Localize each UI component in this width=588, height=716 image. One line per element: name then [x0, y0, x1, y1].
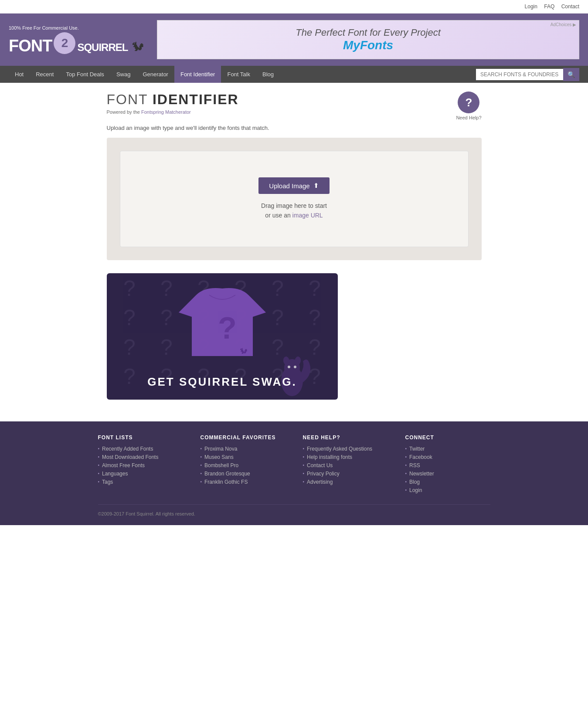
- powered-by: Powered by the Fontspring Matcherator: [107, 109, 239, 115]
- svg-point-7: [294, 366, 296, 368]
- footer-connect: CONNECT Twitter Facebook RSS Newsletter …: [405, 434, 490, 495]
- list-item: Languages: [98, 471, 183, 477]
- footer-link-facebook[interactable]: Facebook: [409, 454, 432, 460]
- list-item: Privacy Policy: [303, 471, 388, 477]
- list-item: Newsletter: [405, 471, 490, 477]
- list-item: Blog: [405, 479, 490, 485]
- footer-link-almost-free[interactable]: Almost Free Fonts: [102, 462, 145, 468]
- footer-link-rss[interactable]: RSS: [409, 462, 420, 468]
- list-item: Login: [405, 487, 490, 493]
- footer-font-lists: FONT LISTS Recently Added Fonts Most Dow…: [98, 434, 183, 495]
- tshirt-image: ? 🐿: [179, 282, 266, 362]
- footer-commercial-favorites: COMMERCIAL FAVORITES Proxima Nova Museo …: [201, 434, 286, 495]
- nav-font-identifier[interactable]: Font Identifier: [174, 66, 221, 83]
- upload-dropzone[interactable]: Upload Image ⬆ Drag image here to start …: [120, 151, 469, 247]
- footer-link-recently-added[interactable]: Recently Added Fonts: [102, 446, 153, 452]
- topnav-login[interactable]: Login: [525, 3, 537, 10]
- logo-tagline: 100% Free For Commercial Use.: [9, 25, 144, 31]
- image-url-link[interactable]: image URL: [292, 212, 323, 219]
- nav-hot[interactable]: Hot: [9, 66, 30, 83]
- footer-need-help: NEED HELP? Frequently Asked Questions He…: [303, 434, 388, 495]
- list-item: Tags: [98, 479, 183, 485]
- footer-link-contact[interactable]: Contact Us: [307, 462, 333, 468]
- list-item: Help installing fonts: [303, 454, 388, 460]
- main-navigation: Hot Recent Top Font Deals Swag Generator…: [0, 66, 588, 83]
- topnav-contact[interactable]: Contact: [561, 3, 579, 10]
- ad-text: The Perfect Font for Every Project: [296, 27, 441, 38]
- footer-link-languages[interactable]: Languages: [102, 471, 128, 477]
- footer-link-newsletter[interactable]: Newsletter: [409, 471, 434, 477]
- footer-need-help-list: Frequently Asked Questions Help installi…: [303, 446, 388, 485]
- topnav-faq[interactable]: FAQ: [544, 3, 554, 10]
- footer-link-advertising[interactable]: Advertising: [307, 479, 333, 485]
- list-item: RSS: [405, 462, 490, 468]
- footer-link-brandon-grotesque[interactable]: Brandon Grotesque: [204, 471, 250, 477]
- nav-top-font-deals[interactable]: Top Font Deals: [60, 66, 110, 83]
- need-help-label: Need Help?: [456, 115, 481, 120]
- footer-connect-list: Twitter Facebook RSS Newsletter Blog Log…: [405, 446, 490, 493]
- ad-brand: MyFonts: [343, 38, 393, 52]
- footer-link-museo-sans[interactable]: Museo Sans: [204, 454, 234, 460]
- footer-link-privacy[interactable]: Privacy Policy: [307, 471, 340, 477]
- logo-main: FONT 2 SQUIRREL 🐿: [9, 32, 144, 54]
- footer-link-franklin-gothic[interactable]: Franklin Gothic FS: [204, 479, 248, 485]
- fi-description: Upload an image with type and we'll iden…: [107, 125, 482, 131]
- logo[interactable]: 100% Free For Commercial Use. FONT 2 SQU…: [9, 25, 144, 54]
- footer-link-help-installing[interactable]: Help installing fonts: [307, 454, 352, 460]
- nav-recent[interactable]: Recent: [30, 66, 60, 83]
- nav-swag[interactable]: Swag: [110, 66, 137, 83]
- logo-number-icon: 2: [54, 32, 75, 54]
- list-item: Contact Us: [303, 462, 388, 468]
- footer-link-bombshell-pro[interactable]: Bombshell Pro: [204, 462, 238, 468]
- list-item: Advertising: [303, 479, 388, 485]
- list-item: Frequently Asked Questions: [303, 446, 388, 452]
- nav-font-talk[interactable]: Font Talk: [221, 66, 256, 83]
- search-button[interactable]: 🔍: [563, 68, 579, 81]
- svg-text:🐿: 🐿: [240, 347, 248, 356]
- footer-link-blog[interactable]: Blog: [409, 479, 420, 485]
- search-input[interactable]: [476, 69, 563, 80]
- ad-choices: AdChoices ▶: [551, 22, 576, 27]
- footer-font-lists-list: Recently Added Fonts Most Downloaded Fon…: [98, 446, 183, 485]
- footer-need-help-heading: NEED HELP?: [303, 434, 388, 441]
- list-item: Brandon Grotesque: [201, 471, 286, 477]
- nav-blog[interactable]: Blog: [256, 66, 280, 83]
- footer-commercial-heading: COMMERCIAL FAVORITES: [201, 434, 286, 441]
- title-bold: IDENTIFIER: [153, 92, 239, 107]
- swag-label: GET SQUIRREL SWAG.: [107, 375, 338, 389]
- logo-font-text: FONT: [9, 37, 52, 54]
- list-item: Almost Free Fonts: [98, 462, 183, 468]
- logo-squirrel-text: SQUIRREL: [77, 41, 128, 53]
- need-help-button[interactable]: ? Need Help?: [456, 92, 481, 120]
- list-item: Recently Added Fonts: [98, 446, 183, 452]
- upload-button-label: Upload Image: [269, 182, 309, 190]
- list-item: Bombshell Pro: [201, 462, 286, 468]
- list-item: Twitter: [405, 446, 490, 452]
- nav-generator[interactable]: Generator: [136, 66, 174, 83]
- footer-link-proxima-nova[interactable]: Proxima Nova: [204, 446, 237, 452]
- upload-icon: ⬆: [313, 182, 319, 190]
- squirrel-emoji: 🐿: [132, 40, 144, 54]
- svg-text:?: ?: [218, 311, 237, 345]
- footer-link-tags[interactable]: Tags: [102, 479, 113, 485]
- footer-font-lists-heading: FONT LISTS: [98, 434, 183, 441]
- swag-title: GET SQUIRREL SWAG.: [107, 375, 338, 389]
- top-navigation: Login FAQ Contact: [0, 0, 588, 14]
- site-header: 100% Free For Commercial Use. FONT 2 SQU…: [0, 14, 588, 66]
- powered-by-link[interactable]: Fontspring Matcherator: [141, 109, 191, 115]
- footer-link-faq[interactable]: Frequently Asked Questions: [307, 446, 372, 452]
- search-area: 🔍: [476, 68, 579, 81]
- list-item: Franklin Gothic FS: [201, 479, 286, 485]
- font-identifier-header: FONT IDENTIFIER Powered by the Fontsprin…: [107, 92, 482, 120]
- footer-link-login[interactable]: Login: [409, 487, 422, 493]
- footer-commercial-list: Proxima Nova Museo Sans Bombshell Pro Br…: [201, 446, 286, 485]
- footer-link-most-downloaded[interactable]: Most Downloaded Fonts: [102, 454, 158, 460]
- advertisement-banner[interactable]: The Perfect Font for Every Project MyFon…: [157, 20, 579, 59]
- footer-link-twitter[interactable]: Twitter: [409, 446, 425, 452]
- fi-title-area: FONT IDENTIFIER Powered by the Fontsprin…: [107, 92, 239, 115]
- drag-text: Drag image here to start or use an image…: [261, 201, 327, 221]
- footer-connect-heading: CONNECT: [405, 434, 490, 441]
- swag-promo-banner[interactable]: ?????? ?????? ?????? ?????? ? 🐿: [107, 273, 338, 400]
- upload-image-button[interactable]: Upload Image ⬆: [258, 177, 329, 194]
- list-item: Proxima Nova: [201, 446, 286, 452]
